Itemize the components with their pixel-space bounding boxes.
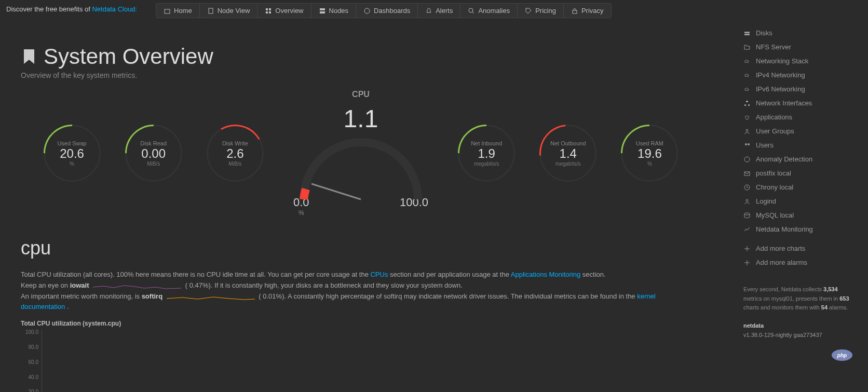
sidebar-label: Add more alarms — [756, 259, 807, 266]
sidebar-label: Netdata Monitoring — [756, 225, 813, 233]
gauge-net-inbound[interactable]: Net Inbound 1.9 megabits/s — [458, 125, 515, 182]
search-icon — [468, 7, 475, 15]
cloud-icon — [743, 58, 751, 65]
sidebar-item-network-interfaces[interactable]: Network Interfaces — [738, 96, 863, 110]
banner-link[interactable]: Netdata Cloud: — [92, 5, 137, 13]
gauge-net-outbound[interactable]: Net Outbound 1.4 megabits/s — [539, 125, 596, 182]
gauge-used-swap[interactable]: Used Swap 20.6 % — [44, 125, 101, 182]
svg-point-23 — [744, 157, 750, 162]
add-more-alarms[interactable]: Add more alarms — [738, 255, 863, 269]
page-title: System Overview — [21, 44, 701, 69]
sidebar-label: Chrony local — [756, 183, 793, 191]
nav-node-view[interactable]: Node View — [200, 4, 258, 18]
svg-rect-18 — [744, 104, 746, 106]
sidebar-label: IPv6 Networking — [756, 85, 805, 93]
sidebar-item-logind[interactable]: Logind — [738, 194, 863, 208]
node-icon — [207, 7, 214, 15]
nav-nodes[interactable]: Nodes — [311, 4, 357, 18]
ytick: 100.0 — [21, 329, 38, 335]
sidebar-label: NFS Server — [756, 43, 791, 51]
sidebar-item-networking-stack[interactable]: Networking Stack — [738, 54, 863, 68]
sidebar-item-anomaly-detection[interactable]: Anomaly Detection — [738, 152, 863, 166]
sitemap-icon — [743, 100, 751, 107]
desc-text: 0.01%). A constantly high percentage of … — [263, 292, 637, 300]
cpus-link[interactable]: CPUs — [370, 271, 388, 278]
sidebar-item-applications[interactable]: Applications — [738, 110, 863, 124]
home-icon — [164, 7, 171, 15]
gauges-row: Used Swap 20.6 % Disk Read 0.00 MiB/s Di… — [21, 90, 701, 217]
info-text: alarms. — [829, 304, 848, 310]
chart-svg — [42, 329, 701, 392]
sidebar-item-mysql-local[interactable]: MySQL local — [738, 208, 863, 222]
cpu-chart[interactable]: 100.0 80.0 60.0 40.0 20.0 0.0 16:30:3016… — [21, 329, 701, 392]
gauge-disk-read[interactable]: Disk Read 0.00 MiB/s — [125, 125, 182, 182]
nav-pricing[interactable]: Pricing — [518, 4, 564, 18]
db-icon — [743, 212, 751, 219]
sidebar-item-postfix-local[interactable]: postfix local — [738, 166, 863, 180]
sidebar: DisksNFS ServerNetworking StackIPv4 Netw… — [733, 21, 868, 350]
page-title-text: System Overview — [44, 44, 213, 69]
nav-privacy[interactable]: Privacy — [564, 4, 611, 18]
sidebar-item-ipv6-networking[interactable]: IPv6 Networking — [738, 82, 863, 96]
sidebar-item-disks[interactable]: Disks — [738, 26, 863, 40]
svg-rect-4 — [266, 11, 268, 13]
nav-label: Node View — [218, 7, 250, 15]
gauge-disk-write[interactable]: Disk Write 2.6 MiB/s — [207, 125, 264, 182]
sidebar-label: Applications — [756, 113, 792, 121]
apps-monitoring-link[interactable]: Applications Monitoring — [511, 271, 580, 278]
sidebar-item-nfs-server[interactable]: NFS Server — [738, 40, 863, 54]
dashboards-icon — [363, 7, 371, 15]
nav-alerts[interactable]: Alerts — [418, 4, 460, 18]
sidebar-label: User Groups — [756, 127, 794, 135]
chart-plot-area — [42, 329, 701, 392]
nav-overview[interactable]: Overview — [257, 4, 311, 18]
desc-text: 0.47%). If it is constantly high, your d… — [189, 281, 463, 289]
svg-line-12 — [311, 184, 361, 199]
svg-point-8 — [364, 8, 370, 13]
php-logo: php — [832, 349, 852, 361]
svg-rect-11 — [573, 10, 577, 13]
main-content: System Overview Overview of the key syst… — [0, 18, 722, 392]
sidebar-label: Networking Stack — [756, 57, 808, 65]
desc-text: section and per application usage at the — [390, 271, 511, 278]
iowait-label: iowait — [70, 281, 89, 289]
tag-icon — [525, 7, 532, 15]
svg-point-27 — [744, 213, 750, 215]
svg-rect-7 — [320, 11, 325, 13]
nav-anomalies[interactable]: Anomalies — [460, 4, 518, 18]
cpu-section-title: cpu — [21, 237, 701, 259]
cloud-icon — [743, 86, 751, 93]
nav-home[interactable]: Home — [156, 4, 200, 18]
sidebar-item-users[interactable]: Users — [738, 138, 863, 152]
sidebar-label: Network Interfaces — [756, 99, 812, 107]
ytick: 80.0 — [21, 344, 38, 350]
gauge-used-ram[interactable]: Used RAM 19.6 % — [621, 125, 678, 182]
info-count: 3,534 — [823, 286, 838, 292]
sidebar-item-ipv4-networking[interactable]: IPv4 Networking — [738, 68, 863, 82]
cloud-icon — [743, 72, 751, 79]
mail-icon — [743, 170, 751, 177]
desc-text: Keep an eye on — [21, 281, 70, 289]
user-icon — [743, 198, 751, 205]
sidebar-info: Every second, Netdata collects 3,534 met… — [738, 280, 863, 345]
info-text: metrics on mysql01, presents them in — [743, 295, 839, 302]
iowait-sparkline — [93, 282, 181, 289]
gauge-label: CPU — [288, 90, 433, 99]
sidebar-item-user-groups[interactable]: User Groups — [738, 124, 863, 138]
svg-rect-15 — [744, 32, 750, 33]
nav-label: Pricing — [535, 7, 556, 15]
sidebar-item-netdata-monitoring[interactable]: Netdata Monitoring — [738, 222, 863, 236]
add-more-charts[interactable]: Add more charts — [738, 241, 863, 255]
chart-yaxis: 100.0 80.0 60.0 40.0 20.0 0.0 — [21, 329, 42, 392]
desc-text: section. — [582, 271, 606, 278]
svg-rect-2 — [266, 8, 268, 10]
sidebar-item-chrony-local[interactable]: Chrony local — [738, 180, 863, 194]
nav-dashboards[interactable]: Dashboards — [356, 4, 418, 18]
gauge-value: 1.1 — [288, 104, 433, 133]
gauge-cpu-main[interactable]: CPU 1.1 0.0 % 100.0 — [288, 90, 433, 217]
nodes-icon — [319, 7, 326, 15]
info-count: 54 — [821, 304, 828, 310]
svg-line-10 — [472, 12, 474, 13]
banner-text: Discover the free benefits of — [6, 5, 92, 13]
desc-text: An important metric worth monitoring, is — [21, 292, 142, 300]
